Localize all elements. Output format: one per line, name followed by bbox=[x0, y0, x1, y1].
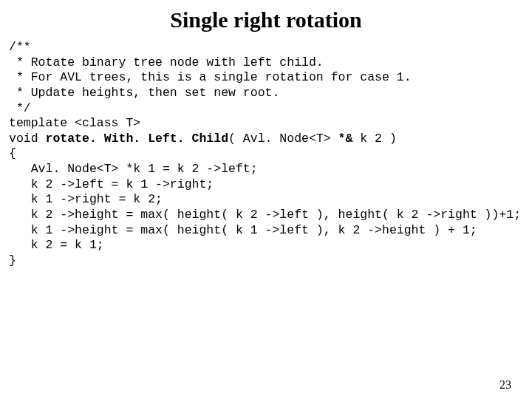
code-line: * Rotate binary tree node with left chil… bbox=[9, 55, 324, 69]
slide-title: Single right rotation bbox=[0, 7, 532, 33]
code-line: ( Avl. Node<T> bbox=[228, 132, 338, 146]
code-line: k 1 ->height = max( height( k 1 ->left )… bbox=[9, 223, 477, 237]
code-line: { bbox=[9, 146, 16, 160]
code-block: /** * Rotate binary tree node with left … bbox=[0, 40, 532, 268]
code-line: void bbox=[9, 132, 46, 146]
code-line: template <class T> bbox=[9, 116, 140, 130]
code-line: k 2 ) bbox=[352, 132, 396, 146]
page-number: 23 bbox=[499, 378, 511, 392]
code-line: * For AVL trees, this is a single rotati… bbox=[9, 70, 412, 84]
code-bold-ref: *& bbox=[338, 132, 353, 146]
code-line: k 1 ->right = k 2; bbox=[9, 192, 163, 206]
code-line: } bbox=[9, 253, 16, 267]
code-line: */ bbox=[9, 101, 31, 115]
code-line: /** bbox=[9, 40, 31, 54]
code-line: * Update heights, then set new root. bbox=[9, 86, 279, 100]
code-line: k 2 ->height = max( height( k 2 ->left )… bbox=[9, 208, 521, 222]
code-line: k 2 = k 1; bbox=[9, 238, 104, 252]
slide: Single right rotation /** * Rotate binar… bbox=[0, 7, 532, 399]
code-line: k 2 ->left = k 1 ->right; bbox=[9, 177, 214, 191]
code-bold-fn: rotate. With. Left. Child bbox=[46, 132, 229, 146]
code-line: Avl. Node<T> *k 1 = k 2 ->left; bbox=[9, 162, 258, 176]
